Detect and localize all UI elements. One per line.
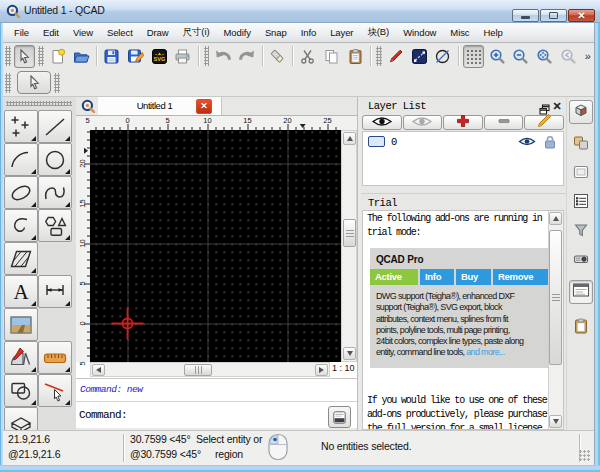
polyline-tools[interactable] (4, 209, 38, 242)
scroll-down-button[interactable] (343, 347, 356, 360)
command-options-button[interactable] (328, 406, 351, 428)
text-tools[interactable]: A (4, 275, 38, 308)
horizontal-scroll-thumb[interactable] (184, 364, 212, 376)
new-drawing-button[interactable] (47, 45, 69, 68)
add-layer-button[interactable] (443, 115, 483, 130)
close-button[interactable]: ✕ (568, 9, 595, 22)
arc-tools[interactable] (4, 143, 38, 176)
point-tools[interactable] (4, 110, 38, 143)
resize-grip[interactable] (579, 450, 591, 462)
scroll-down-button[interactable] (549, 415, 562, 428)
layer-list-toggle[interactable] (569, 191, 593, 215)
addon-info-button[interactable]: Info (420, 269, 454, 285)
auto-zoom-button[interactable] (534, 45, 556, 68)
menu-draw[interactable]: Draw (140, 24, 176, 41)
show-all-layers-button[interactable] (362, 115, 402, 130)
close-panel-icon[interactable]: ✕ (551, 100, 563, 112)
menu-edit[interactable]: Edit (36, 24, 66, 41)
hide-all-layers-button[interactable] (403, 115, 443, 130)
menu-i[interactable]: 尺寸(i) (176, 23, 217, 42)
vertical-scrollbar[interactable] (341, 130, 357, 362)
menu-select[interactable]: Select (100, 24, 140, 41)
library-browser-toggle[interactable] (569, 162, 593, 186)
layer-lock-icon[interactable] (544, 135, 556, 149)
addon-active-button[interactable]: Active (370, 269, 418, 285)
trial-scroll-thumb[interactable] (549, 230, 562, 365)
trial-panel-header[interactable]: Trial (360, 193, 566, 211)
widgets-toggle[interactable] (569, 280, 593, 304)
ellipse-tools[interactable] (4, 176, 38, 209)
menu-b[interactable]: 块(B) (360, 23, 396, 42)
shape-tools[interactable] (38, 209, 72, 242)
drawing-canvas[interactable] (90, 130, 341, 362)
title-bar[interactable]: Untitled 1 - QCAD ✕ (0, 0, 600, 23)
print-button[interactable] (172, 45, 194, 68)
clipboard-toggle[interactable] (569, 316, 593, 340)
scroll-left-button[interactable] (92, 364, 105, 376)
dimension-tools[interactable] (38, 275, 72, 308)
open-drawing-button[interactable] (71, 45, 93, 68)
menu-view[interactable]: View (66, 24, 100, 41)
menu-misc[interactable]: Misc (443, 24, 476, 41)
cut-button[interactable] (297, 45, 319, 68)
image-tools[interactable] (4, 308, 38, 341)
menu-layer[interactable]: Layer (323, 24, 360, 41)
menu-window[interactable]: Window (396, 24, 443, 41)
minimize-button[interactable] (512, 9, 539, 22)
horizontal-scrollbar[interactable] (90, 362, 330, 377)
addon-remove-button[interactable]: Remove (493, 269, 548, 285)
save-as-button[interactable] (125, 45, 147, 68)
scroll-right-button[interactable] (315, 364, 328, 376)
selection-pointer-button[interactable] (14, 45, 36, 68)
projection-tools[interactable] (4, 407, 38, 430)
menu-modify[interactable]: Modify (216, 24, 257, 41)
addon-more-link[interactable]: and more... (466, 347, 504, 357)
save-button[interactable] (101, 45, 123, 68)
spline-tools[interactable] (38, 176, 72, 209)
grid-toggle-button[interactable] (463, 45, 485, 68)
edit-layer-button[interactable] (524, 115, 564, 130)
construction-circle-button[interactable] (432, 45, 454, 68)
previous-view-button[interactable] (557, 45, 579, 68)
tab-close-button[interactable]: ✕ (196, 99, 212, 114)
toolbar-overflow-chevron[interactable]: » (582, 50, 594, 62)
selection-filter-toggle[interactable] (569, 220, 593, 244)
paste-button[interactable] (344, 45, 366, 68)
erase-button[interactable] (267, 45, 289, 68)
dock-splitter[interactable] (357, 97, 361, 430)
scroll-up-button[interactable] (549, 212, 562, 225)
vertical-scroll-thumb[interactable] (343, 219, 356, 247)
command-line-toggle[interactable] (569, 249, 593, 273)
addon-buy-button[interactable]: Buy (456, 269, 491, 285)
menu-help[interactable]: Help (476, 24, 509, 41)
property-editor-toggle[interactable] (569, 100, 593, 124)
float-panel-icon[interactable] (539, 101, 550, 112)
scroll-up-button[interactable] (343, 132, 356, 145)
tab-untitled-1[interactable]: Untitled 1 ✕ (98, 97, 222, 115)
svg-export-button[interactable]: SVG (148, 45, 170, 68)
line-tools[interactable] (38, 110, 72, 143)
drawing-preferences-button[interactable] (385, 45, 407, 68)
measurement-tools[interactable] (38, 341, 72, 374)
undo-button[interactable] (212, 45, 234, 68)
copy-button[interactable] (321, 45, 343, 68)
menu-snap[interactable]: Snap (258, 24, 294, 41)
command-input[interactable] (138, 405, 352, 426)
palette-drag-handle[interactable] (6, 101, 72, 106)
layer-row[interactable]: 0 (364, 133, 562, 150)
menu-info[interactable]: Info (294, 24, 323, 41)
line-segments-button[interactable] (408, 45, 430, 68)
zoom-in-button[interactable] (486, 45, 508, 68)
info-tools[interactable] (4, 341, 38, 374)
trial-scrollbar[interactable] (548, 211, 563, 429)
block-list-toggle[interactable] (569, 133, 593, 157)
redo-button[interactable] (236, 45, 258, 68)
remove-layer-button[interactable] (484, 115, 524, 130)
snap-tools[interactable] (38, 374, 72, 407)
zoom-out-button[interactable] (510, 45, 532, 68)
snap-selection-button[interactable] (17, 71, 51, 94)
maximize-button[interactable] (540, 9, 567, 22)
circle-tools[interactable] (38, 143, 72, 176)
hatch-tools[interactable] (4, 242, 38, 275)
menu-file[interactable]: File (7, 24, 36, 41)
